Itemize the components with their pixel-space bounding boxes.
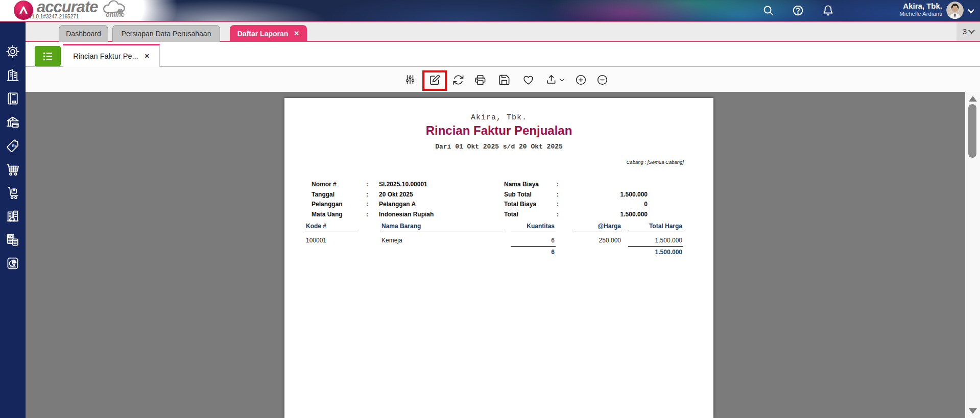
decorative-dot — [117, 9, 123, 14]
close-icon[interactable]: ✕ — [294, 30, 299, 37]
app-window: accurate online v1.0.1#3247-2165271 Akir… — [0, 0, 980, 418]
sidebar-item-fixed-assets[interactable] — [6, 209, 20, 224]
tab-label: Persiapan Data Perusahaan — [122, 30, 211, 38]
column-kode: Kode # 100001 — [305, 223, 357, 246]
invoice-items-table: Kode # 100001 Nama Barang Kemeja Kuantit… — [284, 223, 713, 268]
print-icon — [474, 74, 486, 86]
chevron-down-icon[interactable] — [560, 77, 565, 82]
info-row: Sub Total:1.500.000 — [504, 191, 648, 201]
export-icon — [545, 74, 557, 86]
sidebar-item-reports[interactable] — [6, 256, 20, 271]
version-label: v1.0.1#3247-2165271 — [29, 14, 79, 19]
user-chevron-down-icon[interactable] — [968, 7, 974, 13]
edit-button[interactable] — [426, 71, 443, 88]
report-subtab-label: Rincian Faktur Pe... — [73, 52, 138, 60]
column-kuantitas: Kuantitas 6 6 — [511, 223, 556, 256]
report-toolbar — [26, 67, 980, 92]
search-icon[interactable] — [762, 5, 775, 17]
info-row: Nomor #:SI.2025.10.00001 — [312, 181, 434, 191]
sidebar-item-ledger[interactable] — [6, 91, 20, 106]
chevron-down-icon — [968, 27, 975, 34]
sidebar-item-cash-bank[interactable] — [6, 115, 20, 130]
bell-icon[interactable] — [822, 5, 834, 17]
print-button[interactable] — [471, 71, 489, 88]
left-sidebar: Rp TAX — [0, 22, 26, 418]
info-row: Nama Biaya: — [504, 181, 648, 191]
edit-icon — [429, 74, 441, 86]
building-car-icon — [6, 209, 20, 224]
scrollbar-thumb[interactable] — [968, 104, 976, 158]
column-total-harga: Total Harga 1.500.000 1.500.000 — [628, 223, 683, 256]
tab-dashboard[interactable]: Dashboard — [59, 25, 108, 42]
zoom-in-icon — [575, 74, 587, 86]
info-row: Total:1.500.000 — [504, 211, 648, 221]
gear-icon — [6, 44, 20, 59]
table-cell: 6 — [511, 232, 556, 247]
buildings-icon — [6, 68, 20, 82]
help-icon[interactable] — [792, 5, 804, 17]
vertical-scrollbar[interactable] — [965, 92, 980, 418]
table-cell: Kemeja — [380, 232, 503, 246]
sidebar-item-sales[interactable]: Rp — [6, 139, 20, 153]
report-tab-row: Rincian Faktur Pe... ✕ — [26, 43, 980, 67]
column-nama-barang: Nama Barang Kemeja — [380, 223, 503, 246]
column-header: Kuantitas — [511, 223, 556, 232]
save-button[interactable] — [495, 71, 513, 88]
report-period: Dari 01 Okt 2025 s/d 20 Okt 2025 — [284, 143, 713, 151]
table-total: 6 — [511, 247, 556, 256]
user-menu[interactable]: Akira, Tbk. Michelle Ardianti — [843, 2, 942, 18]
tab-label: Daftar Laporan — [237, 30, 289, 38]
refresh-button[interactable] — [449, 71, 467, 88]
tax-calculator-icon: TAX — [6, 233, 20, 247]
report-page: Akira, Tbk. Rincian Faktur Penjualan Dar… — [284, 98, 713, 418]
column-header: Nama Barang — [380, 223, 503, 232]
cart-icon — [6, 162, 20, 177]
export-button[interactable] — [542, 71, 567, 88]
scroll-up-arrow-icon[interactable] — [969, 96, 977, 102]
table-total: 1.500.000 — [628, 247, 683, 256]
refresh-icon — [452, 74, 464, 86]
heart-icon — [522, 74, 534, 86]
report-company-name: Akira, Tbk. — [284, 113, 713, 122]
list-icon — [42, 51, 54, 62]
filter-icon — [404, 74, 416, 85]
sidebar-item-settings[interactable] — [6, 44, 20, 59]
bank-icon — [6, 115, 20, 130]
table-cell: 250.000 — [573, 232, 622, 246]
favorite-button[interactable] — [519, 71, 537, 88]
sidebar-item-tax[interactable]: TAX — [6, 233, 20, 247]
save-icon — [498, 74, 510, 86]
info-row: Total Biaya:0 — [504, 201, 648, 211]
avatar[interactable] — [946, 2, 964, 19]
info-row: Mata Uang:Indonesian Rupiah — [312, 211, 434, 221]
user-company-name: Akira, Tbk. — [843, 2, 942, 11]
sidebar-item-purchases[interactable] — [6, 162, 20, 177]
pie-chart-report-icon — [6, 256, 20, 271]
table-cell: 1.500.000 — [628, 232, 683, 247]
invoice-info-left: Nomor #:SI.2025.10.00001 Tanggal:20 Okt … — [312, 181, 434, 220]
svg-text:TAX: TAX — [9, 235, 13, 238]
zoom-in-button[interactable] — [572, 71, 589, 88]
tab-counter-dropdown[interactable]: 3 — [957, 22, 980, 41]
report-list-button[interactable] — [35, 46, 61, 66]
top-header-bar: accurate online v1.0.1#3247-2165271 Akir… — [0, 0, 980, 22]
close-icon[interactable]: ✕ — [145, 53, 150, 60]
report-branch: Cabang : [Semua Cabang] — [627, 159, 684, 165]
tab-count: 3 — [963, 27, 967, 36]
sidebar-item-company[interactable] — [6, 68, 20, 82]
scroll-down-arrow-icon[interactable] — [969, 408, 977, 414]
filter-button[interactable] — [401, 71, 419, 88]
report-subtab[interactable]: Rincian Faktur Pe... ✕ — [63, 44, 160, 67]
zoom-out-icon — [596, 74, 608, 86]
sidebar-item-inventory[interactable] — [6, 186, 20, 200]
svg-text:Rp: Rp — [12, 144, 17, 148]
tab-persiapan-data-perusahaan[interactable]: Persiapan Data Perusahaan — [112, 25, 220, 42]
tab-label: Dashboard — [66, 30, 101, 38]
tab-daftar-laporan[interactable]: Daftar Laporan ✕ — [230, 25, 307, 42]
table-cell: 100001 — [305, 232, 357, 246]
invoice-info-right: Nama Biaya: Sub Total:1.500.000 Total Bi… — [504, 181, 648, 220]
zoom-out-button[interactable] — [593, 71, 611, 88]
book-icon — [6, 91, 20, 106]
hand-truck-icon — [6, 186, 20, 200]
column-header: Total Harga — [628, 223, 683, 232]
